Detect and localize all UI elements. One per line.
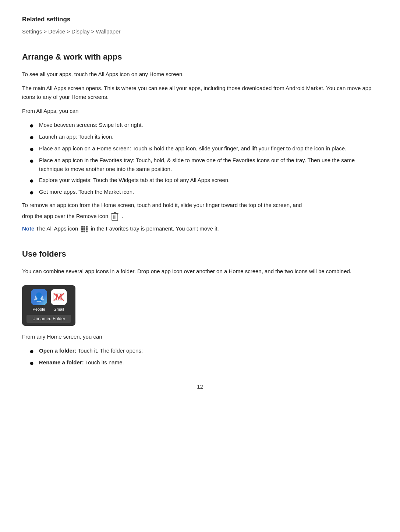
people-icon: [34, 292, 44, 302]
open-folder-term: Open a folder:: [39, 347, 77, 354]
people-app-icon: People: [31, 289, 47, 313]
remove-para: To remove an app icon from the Home scre…: [22, 201, 378, 210]
bullet-text: Open a folder: Touch it. The folder open…: [39, 346, 143, 355]
remove-text-2: drop the app over the Remove icon: [22, 213, 108, 219]
rename-folder-term: Rename a folder:: [39, 359, 84, 365]
svg-rect-2: [114, 212, 116, 213]
svg-rect-10: [84, 228, 85, 230]
svg-rect-8: [86, 226, 88, 228]
related-settings-path: Settings > Device > Display > Wallpaper: [22, 27, 378, 36]
bullet-text: Launch an app: Touch its icon.: [39, 132, 113, 141]
folder-label-text: Unnamed Folder: [32, 316, 65, 321]
svg-rect-7: [84, 226, 85, 228]
folders-section-title: Use folders: [22, 248, 378, 260]
bullet-dot: ●: [29, 176, 36, 185]
svg-rect-12: [81, 231, 83, 232]
page-number: 12: [22, 382, 378, 391]
svg-point-15: [37, 294, 41, 297]
all-apps-icon: [81, 225, 88, 233]
svg-point-19: [40, 295, 43, 298]
bullet-dot: ●: [29, 144, 36, 154]
people-icon-bg: [31, 289, 47, 305]
arrange-para3: From All Apps, you can: [22, 107, 378, 115]
bullet-dot: ●: [29, 156, 36, 165]
list-item: ● Place an app icon on a Home screen: To…: [29, 144, 378, 154]
bullet-dot: ●: [29, 132, 36, 142]
bullet-dot: ●: [29, 358, 36, 368]
gmail-icon: [53, 292, 65, 302]
svg-point-20: [39, 298, 44, 301]
folders-section: Use folders You can combine several app …: [22, 248, 378, 368]
remove-text-end: .: [122, 213, 123, 219]
folder-label-bar: Unnamed Folder: [26, 315, 71, 323]
bullet-text: Place an app icon on a Home screen: Touc…: [39, 144, 346, 153]
arrange-section: Arrange & work with apps To see all your…: [22, 51, 378, 233]
bullet-text: Rename a folder: Touch its name.: [39, 358, 124, 367]
people-label: People: [33, 306, 45, 313]
note-text-end: in the Favorites tray is permanent. You …: [91, 225, 219, 232]
gmail-icon-bg: [51, 289, 67, 305]
gmail-label: Gmail: [53, 306, 64, 313]
list-item: ● Explore your widgets: Touch the Widget…: [29, 176, 378, 185]
svg-rect-1: [111, 213, 118, 214]
folders-para2: From any Home screen, you can: [22, 332, 378, 341]
bullet-text: Get more apps. Touch the Market icon.: [39, 188, 134, 196]
svg-rect-9: [81, 228, 83, 230]
svg-rect-11: [86, 228, 88, 230]
svg-rect-13: [84, 231, 85, 232]
list-item: ● Open a folder: Touch it. The folder op…: [29, 346, 378, 356]
bullet-dot: ●: [29, 121, 36, 130]
svg-rect-14: [86, 231, 88, 232]
related-settings-section: Related settings Settings > Device > Dis…: [22, 15, 378, 36]
arrange-para2: The main All Apps screen opens. This is …: [22, 84, 378, 101]
folders-bullet-list: ● Open a folder: Touch it. The folder op…: [29, 346, 378, 368]
bullet-dot: ●: [29, 188, 36, 197]
note-para: Note The All Apps icon in the Favorites …: [22, 224, 378, 233]
list-item: ● Get more apps. Touch the Market icon.: [29, 188, 378, 197]
arrange-section-title: Arrange & work with apps: [22, 51, 378, 63]
list-item: ● Move between screens: Swipe left or ri…: [29, 121, 378, 130]
svg-point-16: [36, 298, 42, 302]
svg-rect-6: [81, 226, 83, 228]
bullet-text: Explore your widgets: Touch the Widgets …: [39, 176, 230, 185]
folder-image-inner: People Gmail Unnamed Fol: [26, 289, 71, 323]
remove-text-1: To remove an app icon from the Home scre…: [22, 202, 302, 208]
gmail-app-icon: Gmail: [51, 289, 67, 313]
bullet-dot: ●: [29, 346, 36, 356]
arrange-para1: To see all your apps, touch the All Apps…: [22, 70, 378, 79]
folder-icons-row: People Gmail: [31, 289, 67, 313]
list-item: ● Rename a folder: Touch its name.: [29, 358, 378, 368]
list-item: ● Place an app icon in the Favorites tra…: [29, 156, 378, 174]
svg-point-18: [34, 298, 39, 301]
note-label: Note: [22, 225, 34, 232]
folders-para1: You can combine several app icons in a f…: [22, 267, 378, 276]
remove-para2: drop the app over the Remove icon .: [22, 212, 378, 221]
bullet-text: Place an app icon in the Favorites tray:…: [39, 156, 378, 174]
list-item: ● Launch an app: Touch its icon.: [29, 132, 378, 142]
related-settings-title: Related settings: [22, 15, 378, 24]
note-text: The All Apps icon: [34, 225, 78, 232]
svg-point-17: [35, 295, 38, 298]
arrange-bullet-list: ● Move between screens: Swipe left or ri…: [29, 121, 378, 197]
bullet-text: Move between screens: Swipe left or righ…: [39, 121, 143, 129]
folder-image: People Gmail Unnamed Fol: [22, 285, 75, 326]
trash-icon: [111, 212, 119, 221]
